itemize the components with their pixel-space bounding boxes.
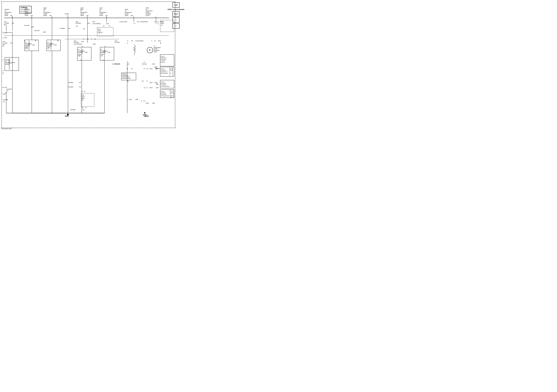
svg-text:4A: 4A [144, 87, 145, 88]
svg-text:Right: Right [25, 48, 28, 49]
svg-text:735: 735 [12, 23, 14, 24]
svg-text:E: E [106, 16, 107, 18]
svg-text:F: F [87, 16, 88, 18]
svg-text:Schematics in: Schematics in [161, 71, 167, 72]
svg-text:Ground: Ground [161, 56, 164, 57]
svg-text:D: D [31, 16, 32, 18]
svg-text:B: B [160, 42, 161, 44]
svg-text:1050: 1050 [156, 68, 159, 69]
svg-text:0.35 BLK: 0.35 BLK [142, 63, 147, 65]
svg-text:–: – [170, 71, 171, 72]
svg-text:Air: Air [125, 10, 126, 12]
svg-text:C4: C4 [131, 68, 133, 69]
svg-text:Air: Air [43, 10, 45, 12]
svg-text:D1: D1 [154, 21, 156, 23]
svg-text:C4: C4 [154, 40, 156, 42]
hvac-label: HVAC Control Module [168, 8, 184, 10]
svg-text:E: E [127, 68, 128, 69]
svg-text:Ground: Ground [122, 73, 126, 75]
svg-text:Temperature: Temperature [99, 12, 106, 13]
svg-text:C1: C1 [157, 23, 159, 24]
svg-marker-141 [56, 45, 57, 46]
svg-text:0.35 BRN: 0.35 BRN [68, 86, 73, 88]
svg-text:J: J [3, 37, 3, 38]
loc-label: LOC [174, 4, 178, 6]
svg-text:Sensor: Sensor [146, 12, 149, 13]
svg-text:0.35 GRY: 0.35 GRY [24, 25, 30, 26]
svg-text:A: A [103, 59, 104, 61]
svg-text:P100: P100 [3, 93, 6, 95]
svg-text:2339: 2339 [93, 43, 96, 45]
svg-text:Distribution: Distribution [161, 70, 166, 71]
watermark: Pressauto.NET [1, 128, 12, 129]
svg-text:0.35 BRN: 0.35 BRN [6, 88, 12, 90]
svg-text:1 BLK: 1 BLK [149, 68, 153, 69]
svg-text:Temperature: Temperature [25, 43, 32, 45]
svg-text:2337: 2337 [88, 23, 90, 24]
svg-text:Relay: Relay [161, 21, 164, 23]
svg-text:A: A [80, 59, 81, 61]
svg-text:Distribution: Distribution [161, 92, 166, 94]
svg-text:0.35 WHT/BLK: 0.35 WHT/BLK [135, 40, 144, 42]
svg-text:4C: 4C [82, 107, 83, 108]
svg-text:4B: 4B [83, 28, 85, 30]
svg-text:Inside: Inside [125, 9, 128, 10]
svg-text:Ambient: Ambient [5, 9, 9, 10]
svg-text:Left: Left [101, 55, 103, 56]
svg-text:D: D [127, 40, 128, 42]
svg-text:BLK: BLK [4, 24, 7, 25]
svg-text:Temperature: Temperature [47, 43, 54, 45]
svg-text:Air: Air [25, 10, 26, 12]
svg-text:Sensor: Sensor [99, 13, 103, 15]
svg-text:718: 718 [79, 86, 81, 88]
svg-text:Right: Right [82, 98, 84, 99]
svg-text:Right: Right [78, 55, 81, 56]
svg-text:Left: Left [47, 48, 49, 49]
svg-text:Control: Control [146, 15, 149, 16]
svg-text:Sensor: Sensor [154, 48, 158, 50]
svg-text:D: D [127, 61, 128, 63]
svg-text:C: C [51, 16, 52, 18]
svg-text:Left: Left [99, 9, 102, 10]
svg-text:S218: S218 [65, 115, 69, 117]
svg-text:0.35 BRN 718: 0.35 BRN 718 [112, 63, 120, 65]
svg-text:Right: Right [170, 95, 173, 96]
svg-text:Distribution: Distribution [161, 83, 166, 84]
svg-text:I/P: I/P [170, 73, 172, 74]
svg-text:Lower: Lower [78, 54, 81, 55]
svg-text:Sensor –: Sensor – [47, 45, 52, 46]
svg-text:Air: Air [47, 42, 49, 43]
svg-text:B: B [35, 40, 36, 41]
svg-text:Ambient: Ambient [5, 59, 10, 61]
svg-text:A: A [141, 100, 142, 102]
wiring-diagram-svg: Ambient Air Temperature Sensor Signal Up… [2, 2, 175, 128]
svg-text:2338: 2338 [43, 31, 46, 33]
svg-text:Signal: Signal [125, 15, 128, 16]
svg-text:718: 718 [79, 82, 81, 83]
svg-text:C1: C1 [109, 25, 110, 27]
svg-text:Inside: Inside [154, 51, 157, 53]
svg-text:Schematics: Schematics [161, 84, 166, 86]
svg-marker-184 [109, 52, 110, 53]
svg-text:Lower: Lower [99, 7, 103, 9]
svg-text:0.35 BRN: 0.35 BRN [68, 82, 73, 83]
svg-point-299 [6, 92, 7, 93]
svg-marker-174 [87, 52, 87, 53]
svg-text:F1: F1 [134, 23, 135, 24]
svg-text:Sensor –: Sensor – [25, 45, 30, 46]
svg-text:Sensor: Sensor [25, 13, 29, 15]
svg-text:3 BLK: 3 BLK [149, 87, 153, 88]
svg-text:3 BLK: 3 BLK [146, 102, 149, 104]
svg-text:Signal: Signal [5, 15, 8, 16]
svg-text:B: B [3, 72, 4, 74]
svg-text:Block: Block [170, 92, 173, 93]
svg-text:Air: Air [5, 61, 7, 62]
svg-text:Sensor: Sensor [5, 13, 8, 15]
svg-text:0.35 WHT/BLK: 0.35 WHT/BLK [74, 43, 82, 45]
svg-text:8A: 8A [103, 25, 105, 27]
svg-text:Right I/P: Right I/P [98, 32, 103, 33]
main-container: CONN ID C1=24 LT BLU C2=12 GRY Ambient A… [0, 0, 186, 131]
svg-text:C: C [144, 61, 145, 63]
svg-text:Upper: Upper [43, 7, 47, 9]
svg-text:Ground: Ground [65, 13, 69, 15]
